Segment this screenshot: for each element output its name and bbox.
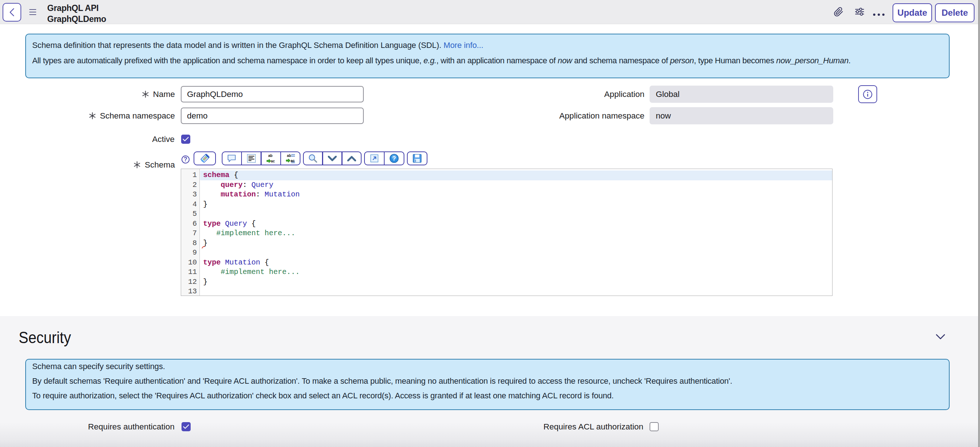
svg-text:ab: ab [287,154,291,157]
svg-text:ac: ac [291,159,295,163]
svg-text:ac: ac [271,159,275,163]
svg-text:ab: ab [268,154,273,157]
svg-text:?: ? [392,156,396,162]
